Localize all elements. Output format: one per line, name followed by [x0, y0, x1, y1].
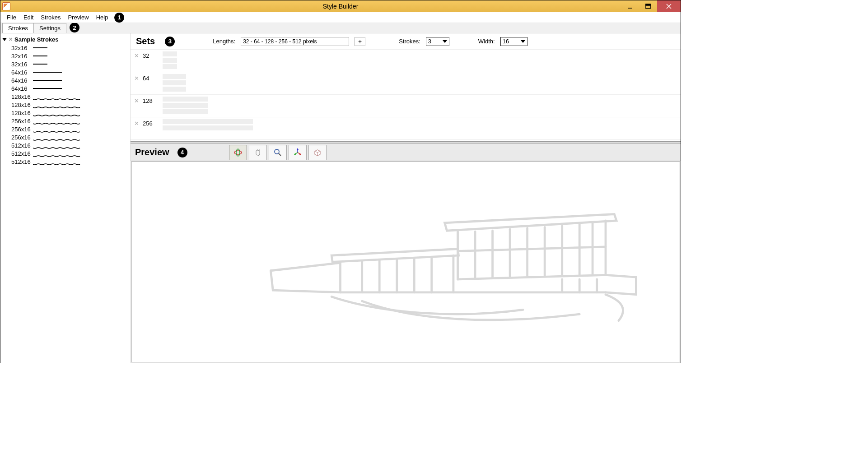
- callout-2: 2: [70, 23, 79, 32]
- stroke-item[interactable]: 32x16: [0, 52, 130, 60]
- menu-edit[interactable]: Edit: [20, 13, 37, 22]
- stroke-item[interactable]: 512x16: [0, 157, 130, 166]
- stroke-label: 128x16: [11, 110, 33, 116]
- stroke-sample-line: [33, 152, 83, 155]
- stroke-item[interactable]: 64x16: [0, 68, 130, 76]
- svg-point-6: [236, 149, 240, 156]
- stroke-label: 32x16: [11, 45, 33, 51]
- stroke-sample-line: [33, 136, 83, 139]
- stroke-sample-line: [33, 111, 83, 114]
- menu-strokes[interactable]: Strokes: [37, 13, 64, 22]
- set-sample-slot[interactable]: [163, 58, 177, 63]
- strokes-sidebar: ✕ Sample Strokes 32x1632x1632x1664x1664x…: [0, 33, 131, 363]
- model-icon: [313, 148, 322, 157]
- set-sample-slot[interactable]: [163, 125, 253, 130]
- stroke-label: 32x16: [11, 53, 33, 60]
- set-row: ✕32: [131, 50, 681, 72]
- menu-help[interactable]: Help: [93, 13, 112, 22]
- remove-set-icon[interactable]: ✕: [134, 120, 139, 127]
- tab-strokes[interactable]: Strokes: [2, 23, 34, 33]
- set-sample-slot[interactable]: [163, 80, 186, 85]
- set-sample-slot[interactable]: [163, 51, 177, 56]
- stroke-item[interactable]: 512x16: [0, 149, 130, 157]
- stroke-sample-line: [33, 47, 47, 48]
- zoom-tool-button[interactable]: [269, 145, 287, 160]
- lengths-label: Lengths:: [213, 38, 235, 45]
- axes-tool-button[interactable]: [289, 145, 307, 160]
- sets-title: Sets: [136, 36, 155, 46]
- lengths-input[interactable]: [241, 37, 349, 46]
- stroke-sample-line: [33, 144, 83, 147]
- menu-preview[interactable]: Preview: [64, 13, 92, 22]
- stroke-label: 64x16: [11, 85, 33, 92]
- stroke-label: 256x16: [11, 134, 33, 141]
- set-row: ✕256: [131, 117, 681, 140]
- remove-set-icon[interactable]: ✕: [134, 97, 139, 104]
- set-sample-slot[interactable]: [163, 64, 177, 69]
- titlebar: Style Builder: [0, 0, 681, 12]
- stroke-item[interactable]: 128x16: [0, 93, 130, 101]
- remove-set-icon[interactable]: ✕: [134, 52, 139, 59]
- set-row: ✕128: [131, 95, 681, 117]
- callout-3: 3: [165, 37, 175, 46]
- right-column: Sets 3 Lengths: + Strokes: 3 Width: 16 ✕…: [131, 33, 681, 363]
- minimize-button[interactable]: [621, 0, 639, 12]
- svg-marker-13: [299, 153, 301, 155]
- stroke-item[interactable]: 256x16: [0, 133, 130, 141]
- set-sample-column: [163, 74, 186, 92]
- minimize-icon: [627, 4, 633, 9]
- set-sample-slot[interactable]: [163, 97, 208, 102]
- set-sample-slot[interactable]: [163, 103, 208, 108]
- stroke-item[interactable]: 128x16: [0, 109, 130, 117]
- maximize-button[interactable]: [639, 0, 657, 12]
- svg-point-5: [234, 151, 242, 154]
- set-sample-column: [163, 51, 177, 69]
- close-icon: [666, 4, 672, 9]
- width-value: 16: [503, 38, 509, 45]
- strokes-dropdown[interactable]: 3: [426, 37, 449, 46]
- menu-file[interactable]: File: [3, 13, 20, 22]
- remove-set-icon[interactable]: ✕: [134, 75, 139, 82]
- close-button[interactable]: [657, 0, 681, 12]
- set-row: ✕64: [131, 72, 681, 95]
- stroke-label: 256x16: [11, 126, 33, 133]
- set-sample-slot[interactable]: [163, 109, 208, 114]
- orbit-icon: [233, 148, 243, 157]
- set-sample-slot[interactable]: [163, 74, 186, 79]
- orbit-tool-button[interactable]: [229, 145, 247, 160]
- stroke-item[interactable]: 128x16: [0, 101, 130, 109]
- stroke-item[interactable]: 256x16: [0, 117, 130, 125]
- stroke-item[interactable]: 256x16: [0, 125, 130, 133]
- stroke-item[interactable]: 64x16: [0, 76, 130, 84]
- set-sample-slot[interactable]: [163, 87, 186, 92]
- sets-rows[interactable]: ✕32✕64✕128✕256: [131, 50, 681, 141]
- stroke-item[interactable]: 64x16: [0, 84, 130, 93]
- pan-tool-button[interactable]: [249, 145, 267, 160]
- set-sample-column: [163, 97, 208, 114]
- model-tool-button[interactable]: [308, 145, 327, 160]
- set-sample-slot[interactable]: [163, 119, 253, 124]
- stroke-list: 32x1632x1632x1664x1664x1664x16128x16128x…: [0, 44, 130, 166]
- stroke-item[interactable]: 32x16: [0, 60, 130, 68]
- set-size-label: 64: [143, 75, 159, 82]
- preview-toolbar: [229, 145, 327, 160]
- remove-group-icon[interactable]: ✕: [9, 37, 13, 42]
- stroke-sample-line: [33, 103, 83, 106]
- tree-header[interactable]: ✕ Sample Strokes: [0, 35, 130, 44]
- preview-canvas[interactable]: [131, 162, 680, 362]
- stroke-item[interactable]: 32x16: [0, 44, 130, 52]
- zoom-icon: [273, 148, 282, 157]
- collapse-triangle-icon[interactable]: [2, 38, 7, 41]
- app-title: Style Builder: [323, 3, 359, 10]
- stroke-item[interactable]: 512x16: [0, 141, 130, 149]
- stroke-sample-line: [33, 80, 62, 81]
- width-dropdown[interactable]: 16: [500, 37, 527, 46]
- add-length-button[interactable]: +: [355, 37, 365, 46]
- preview-title: Preview: [135, 147, 169, 157]
- tab-settings[interactable]: Settings: [33, 23, 66, 33]
- stroke-sample-line: [33, 64, 47, 65]
- set-size-label: 256: [143, 120, 159, 127]
- app-icon: [2, 2, 10, 10]
- sets-header: Sets 3 Lengths: + Strokes: 3 Width: 16: [131, 33, 681, 50]
- preview-sketch: [131, 162, 680, 362]
